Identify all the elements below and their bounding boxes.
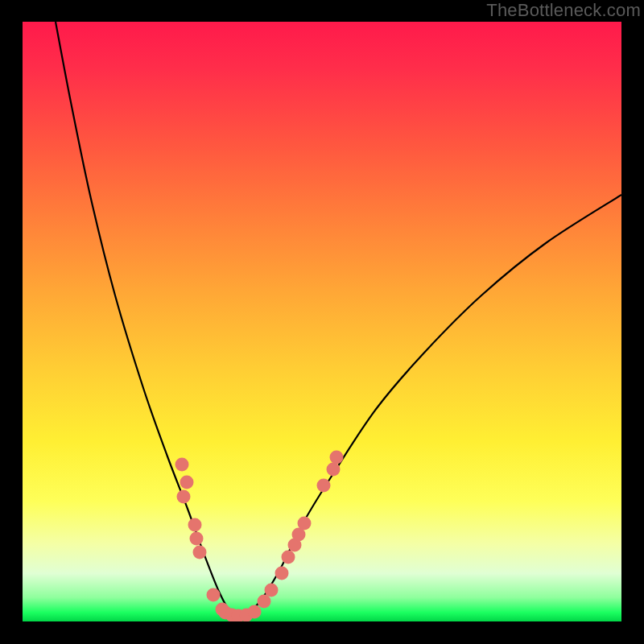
data-point: [177, 490, 191, 504]
data-point: [282, 551, 295, 564]
data-points-layer: [23, 22, 621, 621]
data-point: [317, 479, 331, 493]
data-point: [180, 476, 194, 489]
data-point: [258, 595, 271, 609]
data-point: [190, 532, 204, 546]
data-point: [188, 518, 202, 532]
data-point: [298, 517, 312, 530]
data-point: [175, 458, 189, 472]
chart-plot-area: [23, 22, 621, 621]
data-point: [275, 567, 289, 580]
data-point: [248, 605, 262, 619]
data-point: [193, 546, 207, 559]
watermark-text: TheBottleneck.com: [486, 0, 641, 21]
data-point: [265, 584, 279, 597]
data-point: [330, 451, 344, 464]
data-point: [327, 463, 341, 477]
data-point: [207, 588, 221, 602]
